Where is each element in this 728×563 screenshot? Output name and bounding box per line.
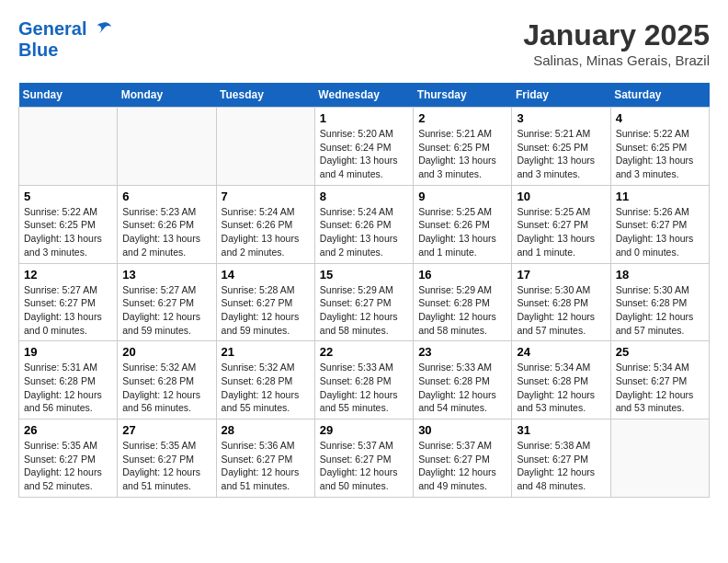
day-info: Sunrise: 5:24 AMSunset: 6:26 PMDaylight:… — [222, 205, 310, 259]
calendar-cell: 25Sunrise: 5:34 AMSunset: 6:27 PMDayligh… — [610, 341, 709, 419]
col-header-friday: Friday — [512, 83, 610, 108]
calendar-cell: 23Sunrise: 5:33 AMSunset: 6:28 PMDayligh… — [414, 341, 512, 419]
day-info: Sunrise: 5:29 AMSunset: 6:28 PMDaylight:… — [418, 283, 506, 338]
logo-blue: Blue — [18, 40, 112, 60]
day-info: Sunrise: 5:31 AMSunset: 6:28 PMDaylight:… — [24, 361, 112, 415]
day-info: Sunrise: 5:28 AMSunset: 6:27 PMDaylight:… — [222, 283, 310, 338]
day-number: 21 — [222, 345, 310, 359]
day-info: Sunrise: 5:32 AMSunset: 6:28 PMDaylight:… — [122, 361, 210, 415]
day-number: 5 — [24, 190, 112, 203]
calendar-cell: 15Sunrise: 5:29 AMSunset: 6:27 PMDayligh… — [314, 263, 413, 341]
calendar-cell: 29Sunrise: 5:37 AMSunset: 6:27 PMDayligh… — [314, 419, 413, 498]
calendar-cell: 12Sunrise: 5:27 AMSunset: 6:27 PMDayligh… — [19, 263, 118, 341]
day-number: 11 — [616, 190, 704, 203]
location: Salinas, Minas Gerais, Brazil — [523, 52, 710, 68]
day-number: 8 — [320, 190, 408, 203]
day-number: 10 — [517, 190, 605, 203]
day-number: 12 — [24, 268, 112, 282]
day-info: Sunrise: 5:32 AMSunset: 6:28 PMDaylight:… — [222, 361, 310, 415]
day-number: 15 — [320, 268, 408, 282]
day-info: Sunrise: 5:22 AMSunset: 6:25 PMDaylight:… — [616, 127, 704, 181]
calendar-week-4: 19Sunrise: 5:31 AMSunset: 6:28 PMDayligh… — [19, 341, 710, 419]
day-info: Sunrise: 5:38 AMSunset: 6:27 PMDaylight:… — [517, 439, 605, 493]
day-number: 25 — [616, 345, 704, 359]
day-info: Sunrise: 5:30 AMSunset: 6:28 PMDaylight:… — [517, 283, 605, 338]
day-info: Sunrise: 5:34 AMSunset: 6:27 PMDaylight:… — [616, 361, 704, 415]
calendar-cell: 22Sunrise: 5:33 AMSunset: 6:28 PMDayligh… — [314, 341, 413, 419]
calendar-cell: 19Sunrise: 5:31 AMSunset: 6:28 PMDayligh… — [19, 341, 118, 419]
logo: General Blue — [18, 18, 112, 60]
calendar-cell: 6Sunrise: 5:23 AMSunset: 6:26 PMDaylight… — [118, 185, 216, 263]
day-number: 16 — [418, 268, 506, 282]
calendar-table: SundayMondayTuesdayWednesdayThursdayFrid… — [18, 83, 710, 498]
calendar-cell: 17Sunrise: 5:30 AMSunset: 6:28 PMDayligh… — [512, 263, 610, 341]
calendar-cell — [19, 108, 118, 186]
day-info: Sunrise: 5:25 AMSunset: 6:26 PMDaylight:… — [418, 205, 506, 259]
day-info: Sunrise: 5:34 AMSunset: 6:28 PMDaylight:… — [517, 361, 605, 415]
calendar-cell: 28Sunrise: 5:36 AMSunset: 6:27 PMDayligh… — [216, 419, 314, 498]
day-info: Sunrise: 5:24 AMSunset: 6:26 PMDaylight:… — [320, 205, 408, 259]
calendar-body: 1Sunrise: 5:20 AMSunset: 6:24 PMDaylight… — [19, 108, 710, 498]
calendar-cell: 30Sunrise: 5:37 AMSunset: 6:27 PMDayligh… — [414, 419, 512, 498]
col-header-monday: Monday — [118, 83, 216, 108]
logo-general: General — [18, 18, 86, 39]
calendar-cell: 3Sunrise: 5:21 AMSunset: 6:25 PMDaylight… — [512, 108, 610, 186]
calendar-header-row: SundayMondayTuesdayWednesdayThursdayFrid… — [19, 83, 710, 108]
day-info: Sunrise: 5:36 AMSunset: 6:27 PMDaylight:… — [222, 439, 310, 493]
calendar-cell — [118, 108, 216, 186]
day-number: 24 — [517, 345, 605, 359]
calendar-cell: 2Sunrise: 5:21 AMSunset: 6:25 PMDaylight… — [414, 108, 512, 186]
calendar-cell: 16Sunrise: 5:29 AMSunset: 6:28 PMDayligh… — [414, 263, 512, 341]
col-header-sunday: Sunday — [19, 83, 118, 108]
day-number: 27 — [122, 423, 210, 437]
day-info: Sunrise: 5:29 AMSunset: 6:27 PMDaylight:… — [320, 283, 408, 338]
day-number: 1 — [320, 111, 408, 125]
month-title: January 2025 — [523, 18, 710, 52]
calendar-cell: 24Sunrise: 5:34 AMSunset: 6:28 PMDayligh… — [512, 341, 610, 419]
day-info: Sunrise: 5:35 AMSunset: 6:27 PMDaylight:… — [122, 439, 210, 493]
day-info: Sunrise: 5:35 AMSunset: 6:27 PMDaylight:… — [24, 439, 112, 493]
col-header-saturday: Saturday — [610, 83, 709, 108]
calendar-cell: 10Sunrise: 5:25 AMSunset: 6:27 PMDayligh… — [512, 185, 610, 263]
day-info: Sunrise: 5:30 AMSunset: 6:28 PMDaylight:… — [616, 283, 704, 338]
day-info: Sunrise: 5:21 AMSunset: 6:25 PMDaylight:… — [418, 127, 506, 181]
calendar-cell: 18Sunrise: 5:30 AMSunset: 6:28 PMDayligh… — [610, 263, 709, 341]
day-number: 20 — [122, 345, 210, 359]
day-number: 7 — [222, 190, 310, 203]
day-number: 31 — [517, 423, 605, 437]
day-number: 2 — [418, 111, 506, 125]
calendar-week-5: 26Sunrise: 5:35 AMSunset: 6:27 PMDayligh… — [19, 419, 710, 498]
day-number: 3 — [517, 111, 605, 125]
calendar-cell: 7Sunrise: 5:24 AMSunset: 6:26 PMDaylight… — [216, 185, 314, 263]
day-info: Sunrise: 5:26 AMSunset: 6:27 PMDaylight:… — [616, 205, 704, 259]
day-number: 17 — [517, 268, 605, 282]
day-info: Sunrise: 5:21 AMSunset: 6:25 PMDaylight:… — [517, 127, 605, 181]
day-info: Sunrise: 5:33 AMSunset: 6:28 PMDaylight:… — [418, 361, 506, 415]
day-number: 26 — [24, 423, 112, 437]
day-info: Sunrise: 5:37 AMSunset: 6:27 PMDaylight:… — [418, 439, 506, 493]
calendar-cell — [610, 419, 709, 498]
day-number: 29 — [320, 423, 408, 437]
day-info: Sunrise: 5:25 AMSunset: 6:27 PMDaylight:… — [517, 205, 605, 259]
calendar-week-3: 12Sunrise: 5:27 AMSunset: 6:27 PMDayligh… — [19, 263, 710, 341]
calendar-cell: 31Sunrise: 5:38 AMSunset: 6:27 PMDayligh… — [512, 419, 610, 498]
page-header: General Blue January 2025 Salinas, Minas… — [18, 18, 710, 68]
day-info: Sunrise: 5:23 AMSunset: 6:26 PMDaylight:… — [122, 205, 210, 259]
calendar-cell: 8Sunrise: 5:24 AMSunset: 6:26 PMDaylight… — [314, 185, 413, 263]
col-header-thursday: Thursday — [414, 83, 512, 108]
day-number: 30 — [418, 423, 506, 437]
day-info: Sunrise: 5:33 AMSunset: 6:28 PMDaylight:… — [320, 361, 408, 415]
day-info: Sunrise: 5:27 AMSunset: 6:27 PMDaylight:… — [24, 283, 112, 338]
calendar-cell: 4Sunrise: 5:22 AMSunset: 6:25 PMDaylight… — [610, 108, 709, 186]
calendar-cell: 14Sunrise: 5:28 AMSunset: 6:27 PMDayligh… — [216, 263, 314, 341]
day-number: 4 — [616, 111, 704, 125]
calendar-cell: 26Sunrise: 5:35 AMSunset: 6:27 PMDayligh… — [19, 419, 118, 498]
day-number: 18 — [616, 268, 704, 282]
calendar-cell: 13Sunrise: 5:27 AMSunset: 6:27 PMDayligh… — [118, 263, 216, 341]
day-number: 9 — [418, 190, 506, 203]
day-info: Sunrise: 5:20 AMSunset: 6:24 PMDaylight:… — [320, 127, 408, 181]
calendar-cell: 27Sunrise: 5:35 AMSunset: 6:27 PMDayligh… — [118, 419, 216, 498]
day-number: 28 — [222, 423, 310, 437]
day-number: 22 — [320, 345, 408, 359]
calendar-cell: 9Sunrise: 5:25 AMSunset: 6:26 PMDaylight… — [414, 185, 512, 263]
